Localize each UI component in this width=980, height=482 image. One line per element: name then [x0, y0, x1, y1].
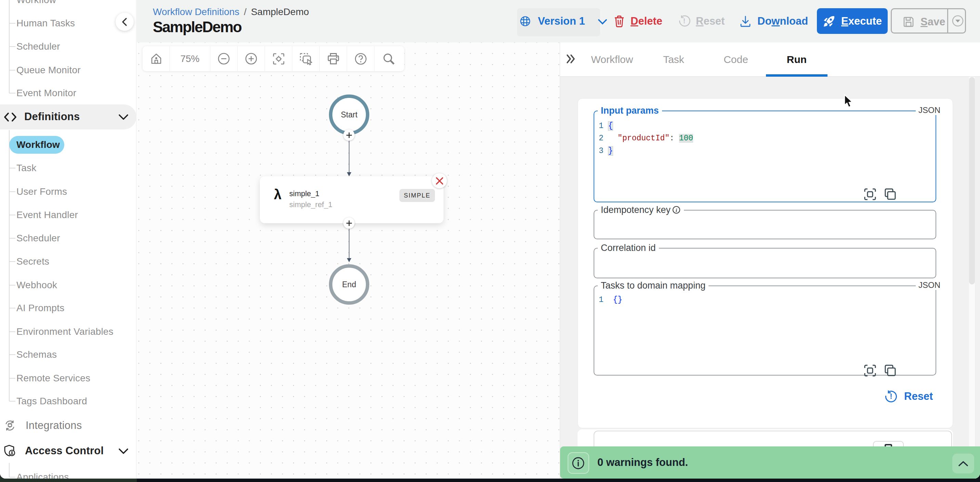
svg-text:End: End: [342, 280, 356, 289]
svg-text:!: !: [683, 17, 686, 25]
svg-text:Start: Start: [341, 110, 358, 119]
svg-text:!: !: [890, 392, 892, 401]
